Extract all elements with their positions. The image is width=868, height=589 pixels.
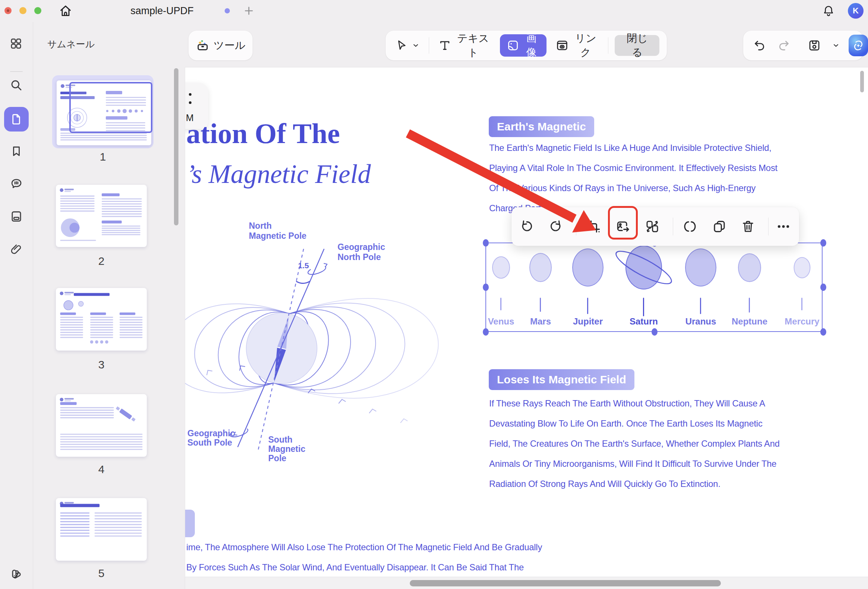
toolbar-tools-group: ツール: [189, 31, 252, 61]
save-icon: [807, 39, 821, 52]
unsaved-indicator-dot: [224, 8, 230, 13]
toolbar-right-group: [743, 31, 863, 61]
zoom-window-button[interactable]: [34, 7, 41, 14]
text-line: The Earth's Magnetic Field Is Like A Hug…: [489, 138, 778, 158]
tab-title[interactable]: sample-UPDF: [112, 5, 213, 17]
thumbnail-panel: サムネール 12345: [33, 22, 182, 589]
text-line: ime, The Atmosphere Will Also Lose The P…: [186, 537, 542, 557]
panel-title: サムネール: [47, 38, 94, 50]
app-window: sample-UPDF K ツール: [0, 0, 868, 589]
bottom-paragraph: ime, The Atmosphere Will Also Lose The P…: [186, 537, 542, 577]
image-selection[interactable]: VenusMarsJupiterSaturnUranusNeptuneMercu…: [486, 242, 822, 332]
sidebar-item-grid[interactable]: [10, 37, 23, 50]
diagram-label: Magnetic: [268, 444, 306, 454]
extract-image-button[interactable]: [642, 216, 663, 237]
redo-button[interactable]: [775, 39, 793, 52]
diagram-label: Pole: [268, 453, 286, 464]
page-thumbnail[interactable]: [56, 185, 147, 247]
ai-assistant-icon: [851, 38, 866, 53]
planet-label: Venus: [479, 316, 523, 327]
plus-icon: [243, 5, 255, 17]
ai-assistant-button[interactable]: [849, 35, 868, 56]
new-tab-button[interactable]: [243, 5, 255, 17]
planet-mars: Mars: [518, 243, 563, 331]
planet-body: [492, 256, 510, 279]
page-thumbnail[interactable]: [56, 498, 147, 561]
selection-handle[interactable]: [820, 239, 826, 247]
copy-button[interactable]: [709, 216, 730, 237]
horizontal-scrollbar[interactable]: [185, 577, 868, 589]
rotate-right-button[interactable]: [545, 216, 566, 237]
paperclip-icon: [10, 242, 23, 256]
rotate-right-icon: [548, 219, 563, 234]
crop-button[interactable]: [583, 216, 604, 237]
flip-button[interactable]: [679, 216, 700, 237]
popover-dot: [189, 101, 192, 104]
sidebar-item-form-fields[interactable]: [10, 210, 23, 223]
undo-icon: [753, 39, 766, 52]
selection-handle[interactable]: [483, 328, 489, 336]
home-icon: [58, 3, 73, 18]
save-options-button[interactable]: [830, 41, 842, 50]
selection-handle[interactable]: [820, 283, 826, 291]
panel-scrollbar[interactable]: [174, 68, 179, 225]
planet-label: Mars: [518, 316, 563, 327]
link-tool-button[interactable]: リンク: [553, 31, 601, 60]
copy-icon: [712, 219, 727, 234]
page-thumbnail-selected[interactable]: [52, 75, 154, 148]
vertical-scrollbar-thumb[interactable]: [860, 71, 864, 92]
titlebar: sample-UPDF K: [0, 0, 868, 22]
horizontal-scrollbar-thumb[interactable]: [410, 580, 721, 586]
sidebar-item-search[interactable]: [10, 78, 23, 92]
home-button[interactable]: [58, 3, 73, 18]
page-thumbnail[interactable]: [56, 394, 147, 457]
sidebar-item-bookmarks[interactable]: [10, 145, 23, 158]
tools-button-label: ツール: [214, 38, 245, 53]
select-tool-button[interactable]: [393, 39, 422, 52]
planet-label: Jupiter: [565, 316, 610, 327]
planet-tick: [500, 298, 502, 310]
text-tool-button[interactable]: テキスト: [436, 31, 493, 60]
highlight-box-annotation: [608, 206, 638, 239]
close-window-button[interactable]: [4, 7, 12, 14]
planet-label: Neptune: [727, 316, 772, 327]
sidebar-item-thumbnails[interactable]: [4, 107, 29, 131]
rotate-left-button[interactable]: [516, 216, 537, 237]
section-badge: Loses Its Magnetic Field: [489, 369, 635, 390]
more-icon: [776, 219, 791, 234]
page-icon: [10, 112, 23, 126]
diagram-label: 1.5: [298, 261, 309, 270]
notifications-button[interactable]: [822, 4, 835, 18]
rotate-left-icon: [519, 219, 534, 234]
selection-handle[interactable]: [483, 283, 489, 291]
user-avatar[interactable]: K: [848, 3, 864, 19]
rail-divider: [10, 71, 23, 72]
more-button[interactable]: [773, 216, 794, 237]
toolbar-divider: [576, 218, 576, 235]
text-line: Animals Or Tiny Microorganisms, Will Fin…: [489, 454, 780, 474]
planet-tick: [801, 298, 802, 310]
sidebar-item-comments[interactable]: [10, 177, 23, 190]
text-line: If These Rays Reach The Earth Without Ob…: [489, 393, 780, 413]
tools-button[interactable]: ツール: [193, 38, 247, 53]
sidebar-item-styles[interactable]: [10, 565, 23, 579]
sidebar-item-attachments[interactable]: [10, 242, 23, 256]
delete-button[interactable]: [738, 216, 759, 237]
selection-handle[interactable]: [483, 239, 489, 247]
chevron-down-icon: [412, 41, 420, 50]
selection-handle[interactable]: [651, 328, 657, 336]
diagram-label: North Pole: [338, 252, 381, 262]
minimize-window-button[interactable]: [19, 7, 27, 14]
close-edit-button[interactable]: 閉じる: [615, 35, 659, 56]
image-tool-button[interactable]: 画像: [500, 34, 546, 57]
document-heading-line1: ation Of The: [186, 117, 340, 150]
chevron-down-icon: [832, 41, 840, 50]
planet-mercury: Mercury: [780, 243, 824, 331]
planet-body: [529, 253, 552, 282]
selection-handle[interactable]: [820, 328, 826, 336]
page-thumbnail[interactable]: [56, 288, 147, 351]
undo-button[interactable]: [751, 39, 769, 52]
link-icon: [555, 39, 569, 52]
save-button[interactable]: [805, 39, 823, 52]
document-heading-line2: ’s Magnetic Field: [186, 159, 371, 189]
